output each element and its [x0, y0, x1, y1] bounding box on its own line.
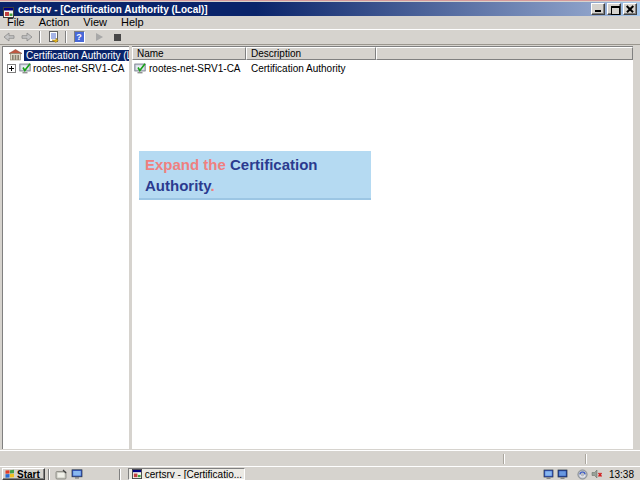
- taskbar-clock[interactable]: 13:38: [609, 469, 634, 480]
- network-status-icon[interactable]: [543, 469, 554, 480]
- restore-button[interactable]: [607, 3, 621, 15]
- start-label: Start: [17, 469, 40, 480]
- quick-launch-window-icon[interactable]: [71, 469, 83, 479]
- list-header: Name Description: [132, 47, 633, 60]
- network-status-icon[interactable]: [557, 469, 568, 480]
- menu-file[interactable]: File: [0, 16, 32, 29]
- title-bar[interactable]: certsrv - [Certification Authority (Loca…: [0, 2, 640, 16]
- window-title: certsrv - [Certification Authority (Loca…: [18, 4, 208, 15]
- desktop: certsrv - [Certification Authority (Loca…: [0, 0, 640, 480]
- toolbar-separator: [39, 31, 41, 43]
- status-divider: [585, 454, 587, 464]
- windows-flag-icon: [5, 469, 15, 479]
- overlay-text-segment: Expand the: [145, 156, 230, 173]
- task-label: certsrv - [Certificatio...: [145, 469, 242, 480]
- instruction-overlay: Expand the Certification Authority.: [139, 151, 371, 200]
- taskbar-separator: [119, 469, 121, 480]
- forward-icon[interactable]: [20, 31, 34, 44]
- menu-action[interactable]: Action: [32, 16, 77, 29]
- row-description: Certification Authority: [246, 63, 346, 74]
- menu-bar: File Action View Help: [0, 16, 640, 29]
- export-list-icon[interactable]: [46, 31, 60, 44]
- start-button[interactable]: Start: [2, 468, 45, 480]
- row-name: rootes-net-SRV1-CA: [149, 63, 241, 74]
- update-orb-icon[interactable]: [577, 469, 588, 480]
- system-tray: 13:38: [543, 469, 640, 480]
- taskbar: Start: [0, 466, 640, 480]
- ca-server-icon: [19, 63, 31, 74]
- column-header-filler: [376, 47, 633, 60]
- close-button[interactable]: [623, 3, 637, 15]
- tree-item-label: rootes-net-SRV1-CA: [33, 63, 125, 74]
- stop-service-icon[interactable]: [110, 31, 124, 44]
- status-bar: [0, 450, 640, 466]
- column-header-name[interactable]: Name: [132, 47, 246, 60]
- back-icon[interactable]: [2, 31, 16, 44]
- taskbar-task-certsrv[interactable]: certsrv - [Certificatio...: [128, 468, 245, 480]
- task-icon: [132, 469, 142, 479]
- start-service-icon[interactable]: [92, 31, 106, 44]
- ca-server-icon: [134, 63, 146, 74]
- help-icon[interactable]: ?: [72, 31, 86, 44]
- certification-authority-icon: [9, 49, 22, 61]
- table-row[interactable]: rootes-net-SRV1-CA Certification Authori…: [132, 62, 633, 74]
- menu-help[interactable]: Help: [114, 16, 151, 29]
- show-desktop-icon[interactable]: [55, 469, 67, 480]
- volume-muted-icon[interactable]: [591, 469, 603, 479]
- console-tree-pane: Certification Authority (Local) rootes-n…: [2, 46, 129, 449]
- status-divider: [503, 454, 505, 464]
- column-header-description[interactable]: Description: [246, 47, 376, 60]
- expand-plus-icon[interactable]: [7, 64, 16, 73]
- menu-view[interactable]: View: [76, 16, 114, 29]
- result-list-pane: Name Description rootes-net-SRV1-CA Cert…: [132, 46, 633, 449]
- tree-item-certification-authority[interactable]: Certification Authority (Local): [3, 49, 129, 61]
- taskbar-separator: [48, 469, 50, 480]
- app-icon: [3, 4, 14, 15]
- toolbar: ?: [0, 29, 640, 45]
- minimize-button[interactable]: [591, 3, 605, 15]
- toolbar-separator: [65, 31, 67, 43]
- overlay-text-segment: .: [211, 177, 215, 194]
- tree-item-ca-server[interactable]: rootes-net-SRV1-CA: [3, 62, 129, 74]
